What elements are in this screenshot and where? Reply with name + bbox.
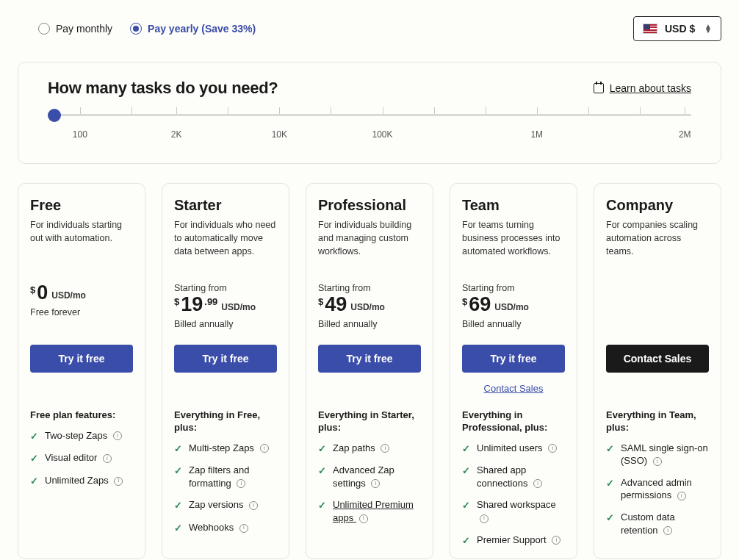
feature-item: ✓Custom data retention i <box>606 511 709 536</box>
feature-text: Premier Support i <box>477 534 565 547</box>
feature-item: ✓Shared app connections i <box>462 464 565 489</box>
pay-yearly-radio[interactable]: Pay yearly (Save 33%) <box>130 23 256 35</box>
info-icon[interactable]: i <box>381 444 389 453</box>
info-icon[interactable]: i <box>260 444 269 453</box>
contact-sales-link[interactable]: Contact Sales <box>462 383 565 396</box>
plan-description: For individuals building and managing cu… <box>318 218 421 262</box>
feature-text: Shared app connections i <box>477 464 565 489</box>
check-icon: ✓ <box>318 442 327 456</box>
feature-text: Shared workspace i <box>477 498 565 524</box>
check-icon: ✓ <box>30 475 39 488</box>
slider-tick <box>537 107 538 114</box>
check-icon: ✓ <box>174 499 183 512</box>
starting-from-label: Starting from <box>174 283 277 293</box>
info-icon[interactable]: i <box>237 479 245 488</box>
feature-item: ✓Zap versions i <box>174 498 277 512</box>
feature-item: ✓Zap filters and formatting i <box>174 464 277 489</box>
feature-list: ✓SAML single sign-on (SSO) i✓Advanced ad… <box>606 442 709 536</box>
try-it-free-button[interactable]: Try it free <box>318 345 421 373</box>
check-icon: ✓ <box>462 464 471 478</box>
info-icon[interactable]: i <box>677 492 686 500</box>
slider-tick <box>176 107 177 114</box>
starting-from-label: Starting from <box>462 283 565 293</box>
slider-tick <box>434 107 435 114</box>
tasks-title: How many tasks do you need? <box>48 79 278 98</box>
info-icon[interactable]: i <box>113 431 122 440</box>
info-icon[interactable]: i <box>103 454 112 463</box>
slider-tick <box>383 107 383 114</box>
plan-card: StarterFor individuals who need to autom… <box>162 183 289 559</box>
billing-note: Billed annually <box>174 319 277 329</box>
info-icon[interactable]: i <box>239 524 248 533</box>
try-it-free-button[interactable]: Try it free <box>462 345 565 373</box>
feature-item: ✓Premier Support i <box>462 534 565 548</box>
price-block: Starting from$69USD/moBilled annually <box>462 283 565 339</box>
slider-tick <box>685 107 685 114</box>
check-icon: ✓ <box>606 442 615 456</box>
plan-description: For companies scaling automation across … <box>606 218 709 262</box>
pay-monthly-radio[interactable]: Pay monthly <box>38 23 112 35</box>
try-it-free-button[interactable]: Try it free <box>174 345 277 373</box>
price-line: $49USD/mo <box>318 295 421 315</box>
try-it-free-button[interactable]: Try it free <box>30 345 133 373</box>
check-icon: ✓ <box>318 464 327 478</box>
info-icon[interactable]: i <box>548 444 557 453</box>
currency-label: USD $ <box>665 23 695 35</box>
plan-card: FreeFor individuals starting out with au… <box>18 183 145 559</box>
plan-card: TeamFor teams turning business processes… <box>450 183 577 559</box>
feature-text: Zap paths i <box>333 442 421 455</box>
learn-about-tasks-link[interactable]: Learn about tasks <box>594 82 691 94</box>
features-heading: Free plan features: <box>30 409 133 422</box>
billing-note: Billed annually <box>462 319 565 329</box>
billing-note: Billed annually <box>318 319 421 329</box>
radio-icon <box>130 23 142 35</box>
features-heading: Everything in Starter, plus: <box>318 409 421 434</box>
plan-description: For teams turning business processes int… <box>462 218 565 262</box>
price-line: $0USD/mo <box>30 283 133 303</box>
info-icon[interactable]: i <box>533 479 542 488</box>
tasks-slider[interactable]: 1002K10K100K1M2M <box>48 114 691 143</box>
top-bar: Pay monthly Pay yearly (Save 33%) USD $ … <box>18 16 721 41</box>
tasks-panel: How many tasks do you need? Learn about … <box>18 62 721 164</box>
check-icon: ✓ <box>174 464 183 478</box>
info-icon[interactable]: i <box>249 501 258 510</box>
currency-symbol: $ <box>318 296 323 307</box>
slider-tick-label: 10K <box>272 129 287 140</box>
check-icon: ✓ <box>606 477 615 490</box>
info-icon[interactable]: i <box>359 514 368 523</box>
feature-item: ✓Advanced admin permissions i <box>606 476 709 502</box>
pricing-plans: FreeFor individuals starting out with au… <box>18 183 721 559</box>
currency-select[interactable]: USD $ ▲▼ <box>633 16 721 41</box>
feature-text: Multi-step Zaps i <box>189 442 277 455</box>
learn-link-label: Learn about tasks <box>610 82 691 94</box>
slider-tick-label: 1M <box>530 129 543 140</box>
feature-item: ✓Webhooks i <box>174 521 277 535</box>
feature-item: ✓Advanced Zap settings i <box>318 464 421 489</box>
feature-item: ✓Multi-step Zaps i <box>174 442 277 456</box>
slider-tick <box>279 107 280 114</box>
check-icon: ✓ <box>318 499 327 512</box>
price-amount: 0 <box>37 283 48 303</box>
pay-yearly-label: Pay yearly (Save 33%) <box>148 23 256 35</box>
contact-sales-button[interactable]: Contact Sales <box>606 345 709 373</box>
feature-item: ✓Visual editor i <box>30 451 133 465</box>
slider-tick <box>486 107 486 114</box>
info-icon[interactable]: i <box>114 477 123 486</box>
info-icon[interactable]: i <box>371 479 380 488</box>
info-icon[interactable]: i <box>480 514 489 523</box>
slider-tick-label: 100K <box>372 129 393 140</box>
info-icon[interactable]: i <box>663 526 672 535</box>
check-icon: ✓ <box>606 511 615 525</box>
pay-monthly-label: Pay monthly <box>56 23 112 35</box>
price-block: Starting from$49USD/moBilled annually <box>318 283 421 339</box>
check-icon: ✓ <box>462 499 471 512</box>
info-icon[interactable]: i <box>653 457 662 466</box>
plan-card: ProfessionalFor individuals building and… <box>306 183 433 559</box>
info-icon[interactable]: i <box>552 536 560 545</box>
slider-tick-label: 2M <box>679 129 691 140</box>
slider-tick-label: 100 <box>73 129 87 140</box>
check-icon: ✓ <box>30 452 39 465</box>
feature-text: Custom data retention i <box>621 511 709 536</box>
features-heading: Everything in Professional, plus: <box>462 409 565 434</box>
feature-text: SAML single sign-on (SSO) i <box>621 442 709 467</box>
